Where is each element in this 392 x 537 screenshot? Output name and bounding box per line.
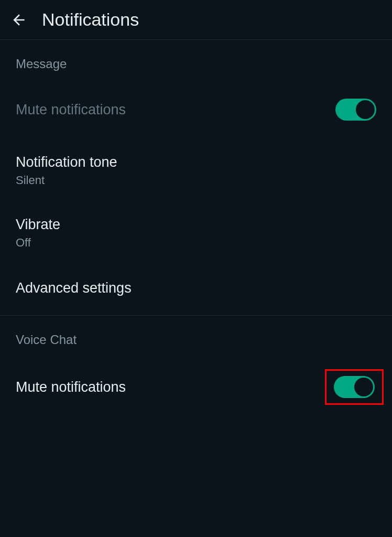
row-mute-voicechat[interactable]: Mute notifications [0,356,392,418]
mute-message-toggle[interactable] [335,99,376,121]
row-text: Mute notifications [16,379,126,395]
advanced-label: Advanced settings [16,280,132,296]
page-title: Notifications [42,9,139,30]
mute-voicechat-label: Mute notifications [16,379,126,395]
highlight-box [325,369,384,405]
row-vibrate[interactable]: Vibrate Off [0,202,392,264]
mute-message-label: Mute notifications [16,102,126,118]
vibrate-value: Off [16,236,60,250]
tone-label: Notification tone [16,154,117,170]
tone-value: Silent [16,174,117,187]
row-text: Advanced settings [16,280,132,296]
toggle-knob [356,100,375,119]
section-header-message: Message [0,40,392,80]
row-notification-tone[interactable]: Notification tone Silent [0,139,392,202]
row-mute-message[interactable]: Mute notifications [0,80,392,139]
mute-voicechat-toggle[interactable] [334,376,375,398]
header: Notifications [0,0,392,39]
toggle-knob [354,378,373,396]
row-text: Notification tone Silent [16,154,117,187]
section-header-voicechat: Voice Chat [0,316,392,356]
back-icon[interactable] [10,12,27,28]
row-advanced-settings[interactable]: Advanced settings [0,264,392,315]
vibrate-label: Vibrate [16,217,60,233]
row-text: Vibrate Off [16,217,60,250]
row-text: Mute notifications [16,102,126,118]
